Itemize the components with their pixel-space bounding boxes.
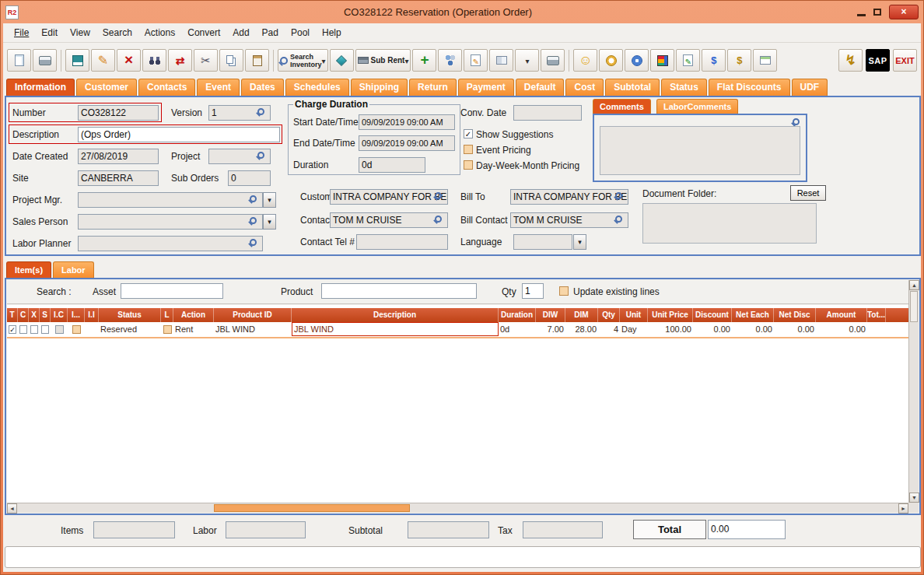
tab-customer[interactable]: Customer (76, 79, 137, 96)
tab-default[interactable]: Default (516, 79, 565, 96)
menu-pool[interactable]: Pool (285, 23, 316, 42)
menu-edit[interactable]: Edit (35, 23, 64, 42)
column-header-duration[interactable]: Duration (499, 308, 536, 322)
site-field[interactable]: CANBERRA (78, 170, 159, 186)
tab-shipping[interactable]: Shipping (351, 79, 408, 96)
more-options-button[interactable] (515, 49, 539, 72)
sales-person-field[interactable] (78, 214, 263, 230)
tab-schedules[interactable]: Schedules (285, 79, 349, 96)
column-header-diw[interactable]: DIW (536, 308, 565, 322)
menu-search[interactable]: Search (96, 23, 138, 42)
schedule-button[interactable] (599, 49, 623, 72)
contact-field[interactable]: TOM M CRUISE (330, 212, 448, 228)
conv-date-field[interactable] (513, 105, 582, 121)
column-header-status[interactable]: Status (99, 308, 161, 322)
inventory-cube-button[interactable] (330, 49, 354, 72)
menu-view[interactable]: View (64, 23, 96, 42)
pricing-button[interactable] (702, 49, 726, 72)
contact-search-icon[interactable] (435, 216, 442, 223)
row-checkbox-t[interactable]: ✓ (9, 325, 16, 334)
menu-actions[interactable]: Actions (138, 23, 181, 42)
sales-person-dropdown[interactable] (263, 214, 276, 230)
customer-search-icon[interactable] (435, 192, 442, 199)
tab-comments[interactable]: Comments (593, 99, 651, 114)
sub-orders-field[interactable]: 0 (228, 170, 271, 186)
sales-person-search-icon[interactable] (250, 217, 257, 224)
tab-contacts[interactable]: Contacts (138, 79, 195, 96)
vertical-scroll-thumb[interactable] (910, 291, 918, 322)
column-header-ii[interactable]: I.I (85, 308, 99, 322)
tab-payment[interactable]: Payment (458, 79, 514, 96)
row-checkbox-c[interactable] (19, 325, 27, 334)
crew-button[interactable] (573, 49, 597, 72)
save-button[interactable] (65, 49, 89, 72)
column-header-dim[interactable]: DIM (565, 308, 598, 322)
row-checkbox-i2[interactable] (72, 325, 81, 334)
vertical-scrollbar[interactable] (908, 280, 919, 503)
horizontal-scroll-thumb[interactable] (214, 504, 410, 512)
language-field[interactable] (513, 234, 572, 250)
add-button[interactable] (412, 49, 436, 72)
print-button[interactable] (33, 49, 57, 72)
cut-button[interactable] (194, 49, 218, 72)
scroll-up-icon[interactable] (909, 280, 919, 290)
media-button[interactable] (625, 49, 649, 72)
exit-button[interactable]: EXIT (893, 49, 917, 72)
tab-flat-discounts[interactable]: Flat Discounts (709, 79, 790, 96)
column-header-ic[interactable]: I.C (51, 308, 68, 322)
product-input[interactable] (321, 283, 477, 299)
new-document-button[interactable] (7, 49, 31, 72)
tab-information[interactable]: Information (6, 79, 75, 96)
network-print-button[interactable] (541, 49, 565, 72)
column-header-unit-price[interactable]: Unit Price (648, 308, 693, 322)
edit-note-button[interactable] (464, 49, 488, 72)
delete-button[interactable] (117, 49, 141, 72)
horizontal-scrollbar[interactable] (7, 503, 908, 513)
bill-to-field[interactable]: INTRA COMPANY FOR BEN (510, 189, 628, 205)
tab-labor-comments[interactable]: LaborComments (656, 99, 738, 114)
show-suggestions-checkbox[interactable]: ✓ (464, 129, 473, 138)
tab-cost[interactable]: Cost (565, 79, 604, 96)
column-header-amount[interactable]: Amount (816, 308, 867, 322)
assembly-button[interactable] (650, 49, 674, 72)
row-checkbox-ic[interactable] (55, 325, 64, 334)
cell-description[interactable]: JBL WIND (292, 322, 499, 336)
column-header-product-id[interactable]: Product ID (214, 308, 292, 322)
day-week-month-checkbox[interactable] (464, 160, 473, 170)
date-created-field[interactable]: 27/08/2019 (78, 149, 159, 164)
tab-udf[interactable]: UDF (792, 79, 828, 96)
column-header-action[interactable]: Action (173, 308, 214, 322)
event-pricing-checkbox[interactable] (464, 145, 473, 154)
edit-button[interactable] (91, 49, 115, 72)
contact-tel-field[interactable] (356, 234, 448, 250)
row-checkbox-x[interactable] (30, 325, 38, 334)
find-button[interactable] (142, 49, 166, 72)
comments-field[interactable] (600, 126, 800, 175)
column-header-s[interactable]: S (40, 308, 51, 322)
bill-to-search-icon[interactable] (615, 192, 622, 199)
convert-button[interactable] (168, 49, 192, 72)
reset-button[interactable]: Reset (790, 185, 826, 201)
project-search-icon[interactable] (257, 152, 264, 159)
customer-field[interactable]: INTRA COMPANY FOR BEN (330, 189, 448, 205)
asset-input[interactable] (121, 283, 223, 299)
tab-dates[interactable]: Dates (241, 79, 284, 96)
labor-planner-search-icon[interactable] (250, 239, 257, 246)
comments-search-icon[interactable] (793, 118, 800, 125)
start-datetime-field[interactable]: 09/09/2019 09:00 AM (359, 114, 455, 130)
description-field[interactable]: (Ops Order) (78, 127, 280, 142)
document-folder-box[interactable] (642, 203, 817, 244)
tab-items[interactable]: Item(s) (6, 261, 51, 278)
column-header-net-disc[interactable]: Net Disc (774, 308, 816, 322)
search-inventory-button[interactable]: Search Inventory (278, 49, 328, 72)
update-lines-checkbox[interactable] (559, 286, 569, 296)
sub-rent-button[interactable]: Sub Rent (355, 49, 411, 72)
project-mgr-search-icon[interactable] (250, 195, 257, 202)
column-header-tot[interactable]: Tot... (867, 308, 886, 322)
column-header-t[interactable]: T (7, 308, 18, 322)
menu-pad[interactable]: Pad (256, 23, 285, 42)
column-header-unit[interactable]: Unit (620, 308, 648, 322)
project-mgr-field[interactable] (78, 192, 263, 208)
menu-file[interactable]: File (8, 23, 35, 42)
row-checkbox-l[interactable] (163, 325, 172, 334)
